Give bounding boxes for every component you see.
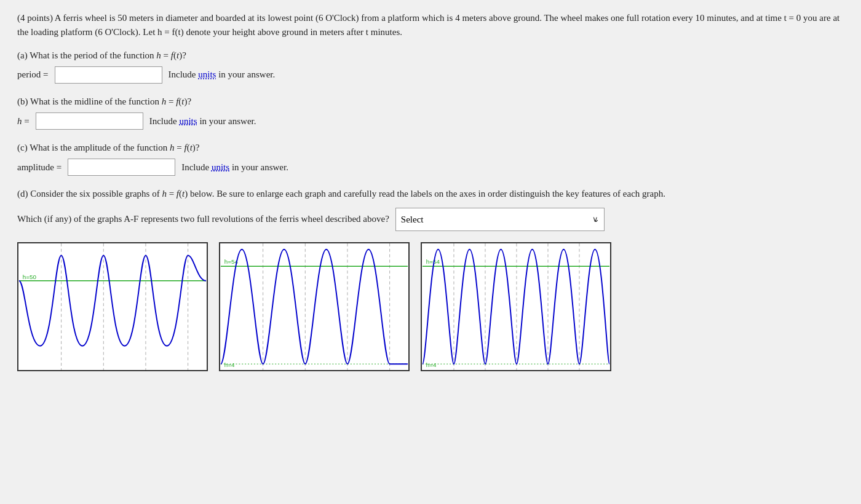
intro-text: (4 points) A ferris wheel is 50 meters i… xyxy=(17,11,844,40)
part-a-input-row: period = Include units in your answer. xyxy=(17,66,844,84)
intro-paragraph: (4 points) A ferris wheel is 50 meters i… xyxy=(17,13,839,37)
part-c-label: (c) What is the amplitude of the functio… xyxy=(17,141,844,155)
graph-middle: h=54 h=4 xyxy=(219,242,410,371)
units-link-c[interactable]: units xyxy=(212,162,229,172)
part-a-label: (a) What is the period of the function h… xyxy=(17,49,844,63)
midline-label: h = xyxy=(17,116,30,127)
part-c-block: (c) What is the amplitude of the functio… xyxy=(17,141,844,176)
graph-left: h=50 xyxy=(17,242,208,371)
part-c-input-row: amplitude = Include units in your answer… xyxy=(17,159,844,176)
graph-middle-svg: h=54 h=4 xyxy=(220,243,408,370)
amplitude-label: amplitude = xyxy=(17,162,62,173)
which-question-text: Which (if any) of the graphs A-F represe… xyxy=(17,214,389,224)
midline-input[interactable] xyxy=(36,112,143,130)
part-b-input-row: h = Include units in your answer. xyxy=(17,112,844,130)
part-c-include-units: Include units in your answer. xyxy=(181,162,288,173)
part-d-block: (d) Consider the six possible graphs of … xyxy=(17,187,844,371)
part-a-include-units: Include units in your answer. xyxy=(169,69,276,80)
part-b-include-units: Include units in your answer. xyxy=(149,116,256,127)
graph-left-svg: h=50 xyxy=(18,243,207,370)
period-label: period = xyxy=(17,69,49,80)
which-question-row: Which (if any) of the graphs A-F represe… xyxy=(17,208,844,231)
graph-right-svg: h=54 h=4 xyxy=(422,243,610,370)
svg-text:h=54: h=54 xyxy=(426,258,440,265)
graph-select[interactable]: Select A B C D E F None xyxy=(395,208,605,231)
part-b-label: (b) What is the midline of the function … xyxy=(17,95,844,109)
part-b-block: (b) What is the midline of the function … xyxy=(17,95,844,130)
amplitude-input[interactable] xyxy=(68,159,175,176)
graph-right: h=54 h=4 xyxy=(421,242,611,371)
units-link-a[interactable]: units xyxy=(198,69,216,79)
svg-text:h=50: h=50 xyxy=(23,273,37,280)
period-input[interactable] xyxy=(55,66,162,84)
part-d-label: (d) Consider the six possible graphs of … xyxy=(17,187,844,201)
part-a-block: (a) What is the period of the function h… xyxy=(17,49,844,84)
select-wrapper: Select A B C D E F None ⌄ xyxy=(395,208,605,231)
svg-text:h=4: h=4 xyxy=(426,361,437,368)
graphs-row: h=50 h=54 h=4 xyxy=(17,242,844,371)
svg-text:h=4: h=4 xyxy=(224,361,235,368)
units-link-b[interactable]: units xyxy=(179,116,197,126)
